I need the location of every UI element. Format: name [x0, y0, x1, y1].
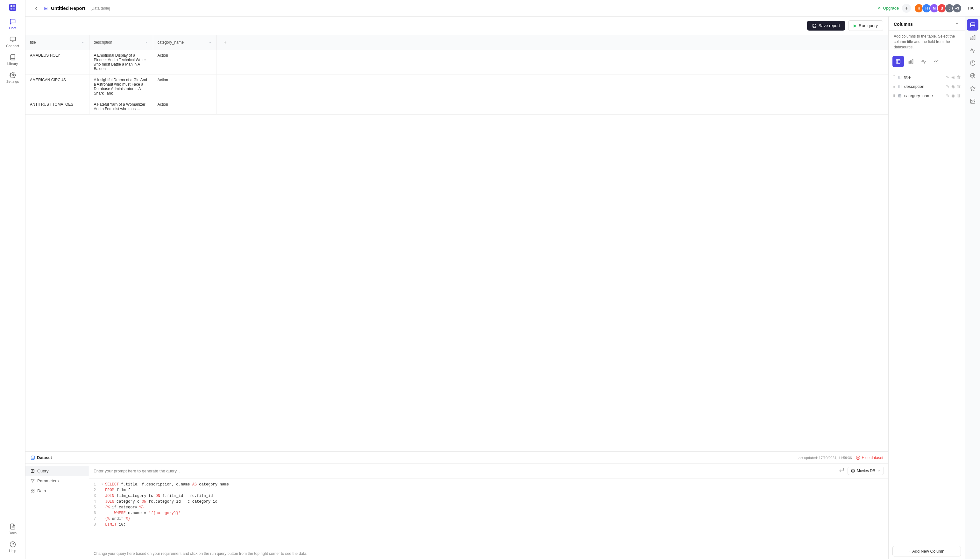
line-chart-view-button[interactable] [918, 56, 929, 67]
drag-icon: ⠿ [892, 94, 895, 98]
line-toggle [101, 505, 105, 509]
column-type-icon [898, 94, 902, 98]
db-icon [851, 469, 855, 473]
connect-label: Connect [6, 44, 19, 48]
col-header-description[interactable]: description [89, 35, 153, 50]
code-content: JOIN category c ON fc.category_id = c.ca… [105, 499, 884, 504]
code-editor[interactable]: 1▾SELECT f.title, f.description, c.name … [89, 478, 888, 548]
col-header-category[interactable]: category_name [153, 35, 216, 50]
collapse-panel-button[interactable] [955, 21, 960, 27]
report-type-icon: ⊞ [44, 6, 48, 11]
parameters-icon [31, 479, 35, 483]
chat-label: Chat [9, 26, 16, 30]
svg-point-22 [851, 469, 854, 470]
rail-shape-icon[interactable] [967, 83, 978, 94]
svg-rect-47 [972, 36, 973, 40]
rail-bar-icon[interactable] [967, 32, 978, 43]
col-header-add[interactable]: + [216, 35, 888, 50]
code-line: 3JOIN film_category fc ON f.film_id = fc… [89, 493, 888, 499]
column-name: category_name [904, 93, 944, 98]
dataset-main: Movies DB 1▾SELECT f.title, f.descriptio… [89, 463, 888, 559]
delete-column-icon[interactable]: 🗑 [957, 93, 961, 98]
rail-line-icon[interactable] [967, 45, 978, 56]
dataset-title-label: Dataset [37, 455, 52, 460]
rail-table-icon[interactable] [967, 19, 978, 31]
add-column-button[interactable]: + [221, 38, 229, 46]
report-title: Untitled Report [51, 5, 85, 11]
table-row: ANTITRUST TOMATOESA Fateful Yarn of a Wo… [25, 99, 888, 114]
save-report-button[interactable]: Save report [807, 21, 845, 31]
sidebar-item-help[interactable]: Help [2, 539, 23, 555]
sidebar-item-connect[interactable]: Connect [2, 34, 23, 50]
run-query-button[interactable]: ▶ Run query [848, 20, 883, 31]
table-view-button[interactable] [892, 56, 904, 67]
svg-rect-38 [899, 94, 901, 97]
col-header-title[interactable]: title [25, 35, 89, 50]
hide-dataset-button[interactable]: Hide dataset [856, 456, 883, 460]
delete-column-icon[interactable]: 🗑 [957, 84, 961, 89]
sidebar-item-library[interactable]: Library [2, 51, 23, 68]
query-prompt-input[interactable] [94, 469, 835, 473]
code-content: {% endif %} [105, 517, 884, 521]
col-action-icons: ✎ ◉ 🗑 [946, 75, 961, 79]
bar-chart-view-button[interactable] [905, 56, 917, 67]
chevron-down-icon-2 [145, 40, 149, 44]
svg-rect-34 [899, 85, 901, 88]
db-selector[interactable]: Movies DB [848, 467, 884, 475]
area-chart-view-button[interactable] [930, 56, 942, 67]
save-label: Save report [818, 23, 840, 28]
sidebar: Flowtrail Chat Connect Library [0, 0, 25, 559]
col-title-label: title [30, 40, 36, 45]
edit-column-icon[interactable]: ✎ [946, 93, 949, 98]
code-line: 7{% endif %} [89, 516, 888, 522]
svg-rect-48 [970, 38, 971, 40]
column-list: ⠿ title ✎ ◉ 🗑 ⠿ description ✎ ◉ 🗑 ⠿ cate… [889, 70, 965, 543]
svg-rect-3 [13, 8, 15, 10]
sidebar-item-docs[interactable]: Docs [2, 521, 23, 538]
svg-rect-2 [10, 8, 12, 10]
logo: Flowtrail [0, 4, 25, 16]
visibility-column-icon[interactable]: ◉ [951, 93, 955, 98]
sidebar-bottom: Docs Help [0, 521, 25, 555]
sidebar-item-query[interactable]: Query [25, 466, 89, 476]
line-number: 8 [94, 523, 101, 527]
last-updated: Last updated: 17/10/2024, 11:59:36 [797, 456, 852, 460]
upgrade-button[interactable]: Upgrade [877, 6, 899, 10]
visibility-column-icon[interactable]: ◉ [951, 84, 955, 89]
add-button[interactable]: + [902, 4, 911, 13]
back-button[interactable] [32, 4, 41, 13]
svg-rect-1 [13, 5, 15, 7]
code-hint: Change your query here based on your req… [89, 548, 888, 559]
line-number: 6 [94, 511, 101, 515]
add-column-label: + Add New Column [909, 549, 945, 554]
code-content: {% if category %} [105, 505, 884, 509]
svg-rect-29 [909, 62, 910, 63]
db-name: Movies DB [857, 469, 875, 473]
add-new-column-button[interactable]: + Add New Column [892, 546, 961, 556]
dataset-header-right: Last updated: 17/10/2024, 11:59:36 Hide … [797, 456, 883, 460]
svg-point-53 [972, 100, 972, 101]
visibility-column-icon[interactable]: ◉ [951, 75, 955, 79]
column-item: ⠿ title ✎ ◉ 🗑 [889, 73, 965, 82]
column-type-icon [898, 85, 902, 89]
query-submit-button[interactable] [839, 467, 844, 474]
sidebar-item-chat[interactable]: Chat [2, 16, 23, 33]
delete-column-icon[interactable]: 🗑 [957, 75, 961, 79]
sidebar-item-parameters[interactable]: Parameters [25, 476, 89, 486]
edit-column-icon[interactable]: ✎ [946, 84, 949, 89]
sidebar-nav: Chat Connect Library Settings [0, 16, 25, 521]
sidebar-item-data[interactable]: Data [25, 486, 89, 496]
svg-rect-4 [10, 37, 15, 41]
edit-column-icon[interactable]: ✎ [946, 75, 949, 79]
code-line: 6 WHERE c.name = '{{category}}' [89, 510, 888, 516]
avatars: H H M B J +3 [914, 3, 962, 13]
rail-globe-icon[interactable] [967, 70, 978, 81]
sidebar-item-settings[interactable]: Settings [2, 69, 23, 86]
rail-pie-icon[interactable] [967, 57, 978, 69]
chevron-down-icon [81, 40, 85, 44]
column-item: ⠿ category_name ✎ ◉ 🗑 [889, 91, 965, 100]
rail-image-icon[interactable] [967, 96, 978, 107]
drag-icon: ⠿ [892, 75, 895, 79]
columns-panel-description: Add columns to the table. Select the col… [889, 31, 965, 53]
line-toggle [101, 517, 105, 521]
